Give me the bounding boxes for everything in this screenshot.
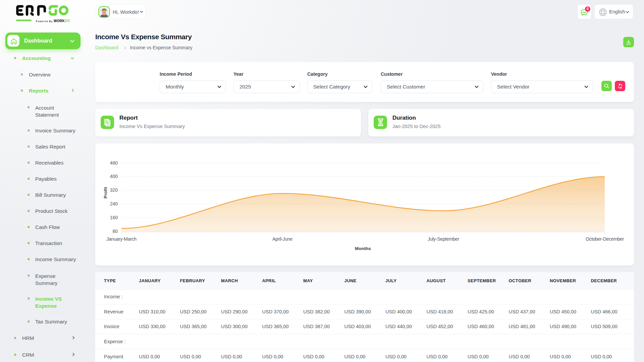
svg-text:Profit: Profit <box>103 187 108 198</box>
svg-text:400: 400 <box>110 174 118 179</box>
svg-text:October-December: October-December <box>586 236 624 242</box>
svg-text:January-March: January-March <box>106 236 136 242</box>
svg-text:Months: Months <box>355 246 371 251</box>
svg-text:April-June: April-June <box>272 236 293 242</box>
svg-text:480: 480 <box>110 160 118 166</box>
svg-text:WORKDO: WORKDO <box>54 19 70 23</box>
svg-text:80: 80 <box>112 229 118 234</box>
svg-text:Powered By: Powered By <box>36 20 53 23</box>
svg-text:320: 320 <box>110 187 118 193</box>
svg-text:160: 160 <box>110 215 118 220</box>
svg-text:July-September: July-September <box>428 236 459 242</box>
svg-text:240: 240 <box>110 201 118 206</box>
